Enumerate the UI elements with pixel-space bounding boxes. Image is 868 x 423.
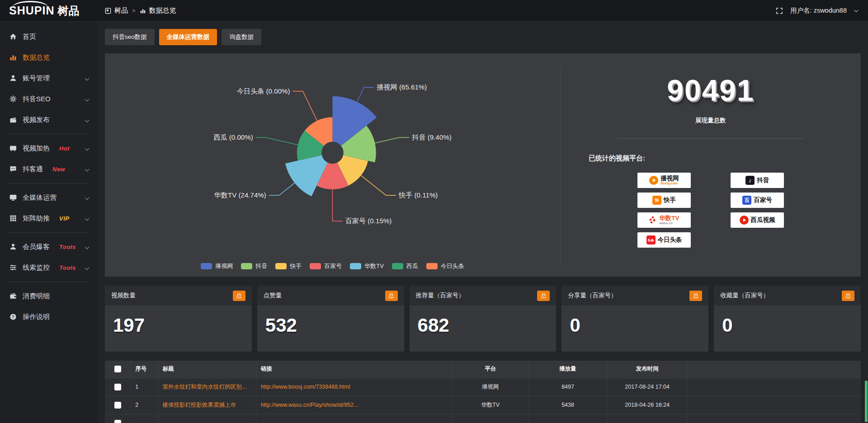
video-title-link[interactable]: 楼体投影灯投影效果震撼上市	[158, 396, 256, 414]
select-all-checkbox[interactable]	[114, 366, 121, 372]
sidebar-item-badge: New	[52, 166, 65, 173]
platform-badge[interactable]: 快快手	[637, 193, 691, 208]
chevron-down-icon	[85, 167, 90, 171]
tab-inquiry-data[interactable]: 询盘数据	[222, 29, 261, 45]
platform-badge-name: 快手	[664, 197, 676, 203]
stat-card-title: 推荐量（百家号）	[416, 291, 465, 300]
column-header: 标题	[158, 361, 256, 378]
pie-label-line	[333, 189, 343, 221]
platforms-label: 已统计的视频平台:	[589, 154, 861, 163]
tv-icon	[9, 145, 17, 152]
video-url-link[interactable]: http://www.boosj.com/7338468.html	[256, 378, 453, 396]
sidebar-item-douyin-seo[interactable]: 抖音SEO	[0, 89, 98, 109]
sidebar-item-media-operation[interactable]: 全媒体运营	[0, 187, 98, 208]
chevron-down-icon[interactable]	[854, 8, 859, 12]
legend-item[interactable]: 抖音	[241, 262, 267, 270]
sidebar-item-label: 数据总览	[23, 53, 50, 62]
total-badge[interactable]: 总	[689, 291, 702, 301]
breadcrumb-current[interactable]: 数据总览	[149, 6, 176, 15]
platform-badges: 播视网boosj.com♪抖音快快手百百家号华数TVwasu.cn西瓜视频头条今…	[561, 173, 861, 248]
pie-label: 快手 (0.11%)	[398, 191, 438, 199]
pie-label-line	[357, 87, 374, 102]
tab-douyin-seo-data[interactable]: 抖音seo数据	[105, 29, 155, 45]
legend-swatch	[310, 263, 321, 269]
pie-slice[interactable]	[285, 155, 328, 196]
platform-badge[interactable]: 播视网boosj.com	[637, 173, 691, 188]
sidebar-divider	[8, 134, 90, 134]
row-checkbox[interactable]	[114, 384, 121, 390]
legend-item[interactable]: 快手	[275, 262, 302, 270]
bar-chart-mini-icon	[140, 8, 146, 14]
sidebar-item-label: 矩阵助推	[23, 214, 50, 223]
sidebar-item-member-leads[interactable]: 会员爆客Tools	[0, 236, 98, 257]
row-checkbox[interactable]	[114, 402, 121, 409]
scrollbar[interactable]	[864, 22, 868, 423]
sidebar-item-consumption-detail[interactable]: 消费明细	[0, 286, 98, 306]
video-title-link[interactable]: 室外水纹灯和室内水纹灯的区别和简介	[158, 378, 256, 396]
platform-badge[interactable]: 头条今日头条	[637, 232, 691, 248]
sidebar-item-clue-monitor[interactable]: 线索监控Tools	[0, 257, 98, 278]
pie-label: 播视网 (65.61%)	[376, 83, 427, 91]
username[interactable]: 用户名: zswodun88	[790, 6, 847, 15]
checkbox-cell	[105, 414, 131, 423]
sidebar-item-instructions[interactable]: ?操作说明	[0, 306, 98, 327]
douyin-logo: ♪	[745, 176, 755, 185]
stat-card-value: 0	[561, 306, 708, 345]
chevron-down-icon	[85, 216, 90, 221]
fullscreen-icon[interactable]	[776, 7, 783, 14]
total-badge[interactable]: 总	[537, 291, 550, 301]
platform-badge[interactable]: ♪抖音	[731, 173, 784, 188]
tab-media-operation-data[interactable]: 全媒体运营数据	[159, 29, 217, 45]
sidebar-item-data-overview[interactable]: 数据总览	[0, 47, 98, 68]
total-badge[interactable]: 总	[842, 291, 854, 301]
total-badge[interactable]: 总	[233, 291, 245, 301]
breadcrumb-root[interactable]: 树品	[114, 6, 128, 15]
sidebar-item-matrix-boost[interactable]: 矩阵助推VIP	[0, 208, 98, 229]
legend-swatch	[426, 263, 438, 269]
pie-label: 百家号 (0.15%)	[345, 217, 392, 225]
legend-item[interactable]: 西瓜	[392, 262, 418, 270]
sidebar-item-account-management[interactable]: 账号管理	[0, 68, 98, 89]
pie-label-line	[293, 91, 317, 121]
sidebar-item-label: 抖音SEO	[23, 95, 51, 103]
sidebar-item-badge: VIP	[59, 215, 69, 222]
sidebar-item-douketong[interactable]: 抖客通New	[0, 159, 98, 179]
platform-badge[interactable]: 华数TVwasu.cn	[637, 212, 691, 228]
pie-label: 西瓜 (0.00%)	[213, 133, 253, 141]
stat-card: 推荐量（百家号）总682	[410, 286, 557, 352]
row-checkbox[interactable]	[114, 420, 121, 423]
chevron-down-icon	[85, 76, 90, 80]
column-header: 播放量	[528, 361, 608, 378]
platform-badge[interactable]: 百百家号	[731, 193, 784, 208]
stat-card-header: 点赞量总	[257, 286, 404, 306]
column-header: 发布时间	[608, 361, 687, 378]
platform-badge-name: 西瓜视频	[751, 217, 775, 223]
legend-label: 今日头条	[441, 262, 464, 270]
legend-item[interactable]: 今日头条	[426, 262, 464, 270]
row-index: 2	[131, 396, 158, 414]
legend-item[interactable]: 百家号	[310, 262, 342, 270]
sidebar-divider	[8, 232, 90, 233]
stat-card-header: 收藏量（百家号）总	[714, 286, 861, 306]
legend-item[interactable]: 华数TV	[350, 262, 384, 270]
scrollbar-thumb[interactable]	[865, 381, 868, 422]
bar-chart-icon	[9, 54, 17, 61]
app-logo[interactable]: SHUPIN 树品	[0, 5, 98, 16]
platform-cell: 播视网	[453, 378, 528, 396]
legend-swatch	[350, 263, 361, 269]
videos-table: 序号标题链接平台播放量发布时间 1室外水纹灯和室内水纹灯的区别和简介http:/…	[105, 361, 861, 423]
platform-badge[interactable]: 西瓜视频	[731, 212, 784, 228]
video-url-link[interactable]: http://www.wasu.cn/Play/show/id/952...	[256, 396, 453, 414]
legend-item[interactable]: 播视网	[201, 262, 233, 270]
legend-label: 百家号	[324, 262, 342, 270]
sidebar-item-label: 账号管理	[23, 74, 50, 83]
platform-badge-name: 播视网	[660, 175, 679, 182]
sidebar-item-label: 全媒体运营	[23, 193, 57, 202]
sidebar-item-video-publish[interactable]: 视频发布	[0, 109, 98, 130]
column-header: 序号	[131, 361, 158, 378]
total-badge[interactable]: 总	[385, 291, 398, 301]
sidebar-item-video-heating[interactable]: 视频加热Hot	[0, 138, 98, 159]
logo-arc	[13, 1, 48, 7]
stat-card: 分享量（百家号）总0	[561, 286, 708, 352]
sidebar-item-home[interactable]: 首页	[0, 26, 98, 47]
